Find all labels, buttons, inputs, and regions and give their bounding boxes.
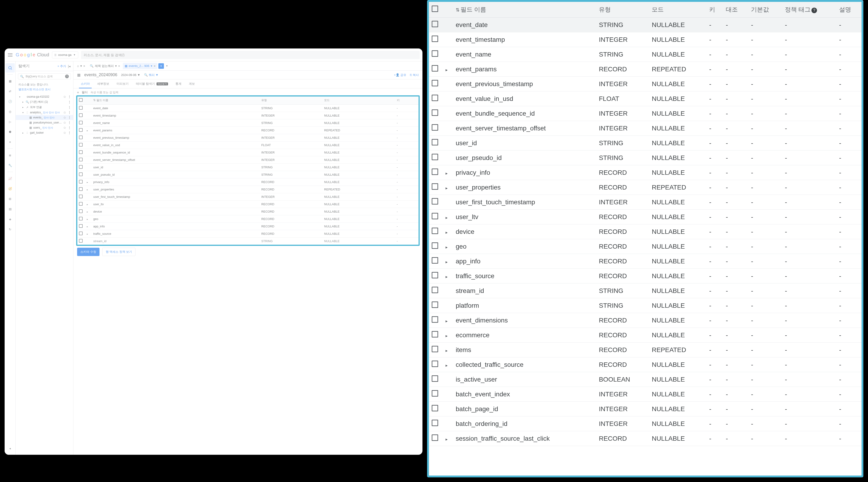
row-checkbox[interactable] — [432, 65, 438, 71]
rail-dataform-icon[interactable]: ▷ — [5, 117, 15, 126]
row-checkbox[interactable] — [432, 198, 438, 204]
row-checkbox[interactable] — [432, 139, 438, 146]
google-cloud-logo[interactable]: Google Cloud — [16, 52, 49, 58]
expand-icon[interactable]: ▸ — [87, 233, 90, 235]
row-checkbox[interactable] — [432, 375, 438, 382]
star-icon[interactable]: ☆ — [63, 121, 66, 124]
filter-input[interactable] — [91, 91, 419, 94]
chevron-left-icon[interactable]: ◂ — [5, 444, 15, 453]
row-checkbox[interactable] — [432, 21, 438, 27]
help-icon[interactable]: ? — [65, 74, 69, 78]
row-checkbox[interactable] — [432, 95, 438, 101]
kebab-menu-icon[interactable]: ⋮ — [67, 95, 72, 98]
row-checkbox[interactable] — [79, 128, 83, 132]
tree-row[interactable]: ▦users_ 인사 인사☆⋮ — [16, 125, 73, 130]
tab-overflow-caret[interactable]: ▼ — [165, 65, 169, 67]
schema-row[interactable]: ▸geoRECORDNULLABLE- — [77, 215, 419, 223]
row-checkbox[interactable] — [79, 187, 83, 191]
rail-share-icon[interactable]: ⚈ — [5, 127, 15, 136]
schema-row[interactable]: event_dateSTRINGNULLABLE----- — [429, 18, 862, 32]
rail-capacity-icon[interactable]: ≣ — [5, 151, 15, 160]
row-checkbox[interactable] — [79, 180, 83, 184]
tree-row[interactable]: ▸↗외부 연결⋮ — [16, 104, 73, 110]
row-checkbox[interactable] — [432, 36, 438, 42]
tree-row[interactable]: ▸::ga4_looker☆⋮ — [16, 130, 73, 135]
schema-row[interactable]: event_timestampINTEGERNULLABLE----- — [429, 32, 862, 47]
expand-icon[interactable]: ▸ — [445, 363, 450, 368]
row-checkbox[interactable] — [432, 301, 438, 308]
schema-row[interactable]: ▸event_paramsRECORDREPEATED----- — [429, 62, 862, 77]
sort-icon[interactable]: ⇅ — [93, 99, 96, 102]
rail-policy-icon[interactable]: ⊞ — [5, 194, 15, 203]
starred-only-link[interactable]: 별표표시된 리소스만 표시 — [16, 88, 73, 93]
explorer-search[interactable]: 🔍 ? — [18, 73, 71, 79]
row-checkbox[interactable] — [432, 183, 438, 190]
explorer-search-input[interactable] — [26, 75, 63, 78]
tab-events-table[interactable]: ▦ events_2... 906 ▾ × — [123, 63, 157, 69]
schema-row[interactable]: user_idSTRINGNULLABLE- — [77, 164, 419, 171]
expand-caret-icon[interactable]: ▸ — [21, 101, 25, 103]
row-checkbox[interactable] — [79, 165, 83, 169]
schema-row[interactable]: ▸event_dimensionsRECORDNULLABLE----- — [429, 313, 862, 328]
rail-analytics-hub-icon[interactable]: ◎ — [5, 107, 15, 116]
select-all-checkbox[interactable] — [432, 5, 438, 12]
schema-row[interactable]: event_dateSTRINGNULLABLE- — [77, 104, 419, 112]
tab-details[interactable]: 세부정보 — [93, 79, 113, 88]
expand-caret-icon[interactable]: ▾ — [21, 111, 25, 114]
close-icon[interactable]: × — [83, 64, 85, 68]
rail-monitoring-icon[interactable]: 📈 — [5, 174, 15, 183]
tab-preview[interactable]: 미리보기 — [113, 79, 132, 88]
row-checkbox[interactable] — [432, 420, 438, 426]
select-all-checkbox[interactable] — [79, 98, 83, 102]
row-checkbox[interactable] — [79, 195, 83, 198]
tree-row[interactable]: ▸🔍(기존) 쿼리 (1)⋮ — [16, 99, 73, 104]
collapse-explorer-icon[interactable]: |◂ — [68, 64, 70, 68]
search-input[interactable] — [84, 53, 417, 57]
schema-row[interactable]: ▸user_propertiesRECORDREPEATED----- — [429, 180, 862, 195]
close-icon[interactable]: × — [118, 64, 120, 68]
expand-icon[interactable]: ▸ — [87, 203, 90, 206]
row-checkbox[interactable] — [432, 80, 438, 86]
sort-icon[interactable]: ⇅ — [456, 7, 460, 12]
new-tab-button[interactable]: + — [158, 63, 164, 69]
row-checkbox[interactable] — [432, 50, 438, 57]
expand-icon[interactable]: ▸ — [87, 218, 90, 221]
schema-row[interactable]: event_nameSTRINGNULLABLE----- — [429, 47, 862, 62]
schema-row[interactable]: event_server_timestamp_offsetINTEGERNULL… — [77, 156, 419, 164]
expand-icon[interactable]: ▸ — [87, 188, 90, 191]
expand-icon[interactable]: ▸ — [445, 67, 450, 72]
schema-row[interactable]: event_bundle_sequence_idINTEGERNULLABLE- — [77, 149, 419, 156]
tab-untitled-query[interactable]: 🔍 제목 없는쿼리 ▾ × — [88, 63, 122, 69]
schema-row[interactable]: user_first_touch_timestampINTEGERNULLABL… — [77, 193, 419, 201]
expand-icon[interactable]: ▸ — [87, 129, 90, 132]
schema-row[interactable]: stream_idSTRINGNULLABLE----- — [429, 284, 862, 298]
schema-row[interactable]: ▸privacy_infoRECORDNULLABLE- — [77, 179, 419, 186]
row-checkbox[interactable] — [432, 213, 438, 219]
star-icon[interactable]: ☆ — [63, 95, 66, 99]
row-checkbox[interactable] — [79, 135, 83, 139]
row-checkbox[interactable] — [432, 405, 438, 411]
schema-row[interactable]: ▸ecommerceRECORDNULLABLE----- — [429, 328, 862, 343]
schema-row[interactable]: event_nameSTRINGNULLABLE- — [77, 119, 419, 127]
row-checkbox[interactable] — [432, 390, 438, 396]
row-checkbox[interactable] — [79, 231, 83, 235]
row-checkbox[interactable] — [79, 202, 83, 206]
tab-home[interactable]: ⌂ ▾ × — [75, 63, 87, 69]
project-selector[interactable]: ⁞⁞ osoma-ga ▼ — [52, 52, 78, 58]
row-checkbox[interactable] — [79, 217, 83, 221]
rail-partner-icon[interactable]: ≡ — [5, 137, 15, 147]
expand-icon[interactable]: ▸ — [87, 181, 90, 184]
star-icon[interactable]: ☆ — [63, 110, 66, 114]
schema-row[interactable]: ▸deviceRECORDNULLABLE----- — [429, 224, 862, 239]
tree-row[interactable]: ▾osoma-ga-410102☆⋮ — [16, 94, 73, 99]
schema-row[interactable]: event_timestampINTEGERNULLABLE- — [77, 112, 419, 119]
kebab-menu-icon[interactable]: ⋮ — [67, 116, 72, 119]
schema-row[interactable]: ▸event_paramsRECORDREPEATED- — [77, 127, 419, 134]
schema-row[interactable]: ▸collected_traffic_sourceRECORDNULLABLE-… — [429, 357, 862, 372]
schema-row[interactable]: ▸privacy_infoRECORDNULLABLE----- — [429, 165, 862, 180]
row-checkbox[interactable] — [432, 154, 438, 160]
row-checkbox[interactable] — [79, 114, 83, 117]
row-checkbox[interactable] — [432, 435, 438, 441]
rail-workspace-icon[interactable]: ▦ — [5, 76, 15, 86]
rail-transfers-icon[interactable]: ⇄ — [5, 87, 15, 96]
